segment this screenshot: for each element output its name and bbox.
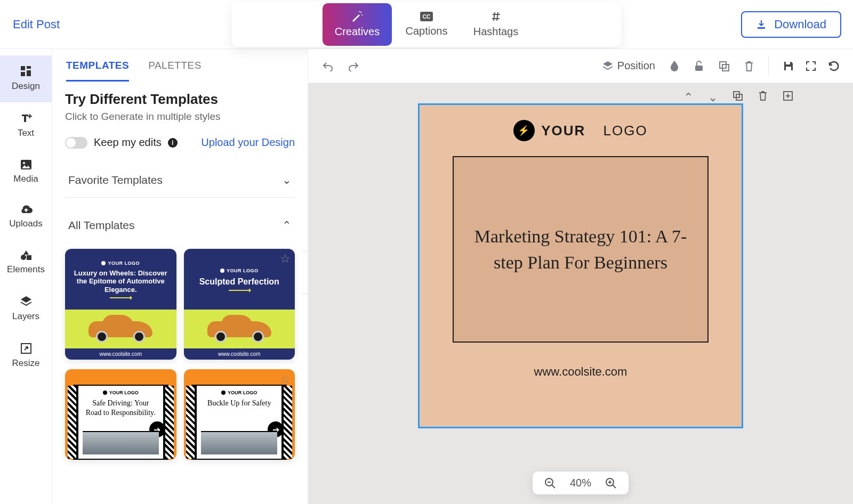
download-button[interactable]: Download [741,11,841,38]
rail-design[interactable]: Design [0,55,52,102]
reset-button[interactable] [827,60,839,72]
collapse-panel-handle[interactable]: ‹ [302,251,308,294]
undo-button[interactable] [322,61,334,71]
text-add-icon [20,112,33,125]
keep-edits-toggle[interactable] [65,137,87,149]
cc-icon: CC [420,11,433,22]
svg-point-12 [21,255,26,260]
panel-tab-palettes[interactable]: PALETTES [148,60,202,82]
rail-layers[interactable]: Layers [0,286,52,332]
redo-button[interactable] [348,61,359,71]
unlock-button[interactable] [694,60,704,72]
delete-button[interactable] [744,60,754,72]
all-templates-accordion[interactable]: All Templates ⌃ [65,208,295,242]
artboard-mini-toolbar: ⌃ ⌄ [683,91,793,104]
template-image [83,431,159,454]
rail-elements[interactable]: Elements [0,240,52,286]
zoom-out-button[interactable] [544,477,556,489]
copy-artboard-button[interactable] [733,91,743,104]
template-headline: Sculpted Perfection [199,277,279,287]
tab-creatives[interactable]: Creatives [323,3,392,46]
hash-icon [490,11,502,22]
rail-resize[interactable]: Resize [0,332,52,379]
panel-tabs: TEMPLATES PALETTES [52,49,308,82]
panel-scroll[interactable]: Try Different Templates Click to Generat… [52,82,308,466]
artboard-headline-box[interactable]: Marketing Strategy 101: A 7-step Plan Fo… [453,156,709,343]
svg-point-0 [360,12,361,13]
svg-rect-6 [21,66,25,70]
template-card[interactable]: YOUR LOGO Luxury on Wheels: Discover the… [65,249,176,360]
template-headline: Buckle Up for Safety [205,399,273,408]
save-button[interactable] [783,60,794,72]
favorites-accordion[interactable]: Favorite Templates ⌄ [65,163,295,198]
mode-tabs: Creatives CC Captions Hashtags [232,2,621,47]
template-headline: Luxury on Wheels: Discover the Epitome o… [70,269,171,294]
position-button[interactable]: Position [602,60,655,72]
rail-label: Layers [12,311,39,322]
layers-icon [602,61,613,71]
svg-rect-9 [21,72,25,76]
layers-icon [20,295,33,308]
duplicate-button[interactable] [718,60,730,72]
rail-label: Resize [12,358,40,369]
add-artboard-button[interactable] [783,91,793,104]
design-panel: TEMPLATES PALETTES Try Different Templat… [52,49,308,504]
template-url: www.coolsite.com [184,348,295,360]
rail-label: Text [18,128,34,139]
rail-media[interactable]: Media [0,149,52,195]
zoom-value: 40% [570,477,591,489]
zoom-controls: 40% [533,472,629,494]
opacity-button[interactable] [669,60,680,72]
info-icon[interactable]: i [168,138,178,148]
main: Design Text Media Uploads Elements Layer… [0,49,853,504]
template-image [201,431,277,454]
template-card[interactable]: ☆ YOUR LOGO Buckle Up for Safety ➔ [184,369,295,460]
artboard-logo[interactable]: ⚡ YOUR LOGO [513,120,648,141]
artboard[interactable]: ⚡ YOUR LOGO Marketing Strategy 101: A 7-… [418,103,743,428]
favorite-star-icon[interactable]: ☆ [280,372,291,386]
image-icon [20,159,33,170]
fullscreen-button[interactable] [805,60,817,72]
template-logo: YOUR LOGO [228,390,257,395]
move-down-button[interactable]: ⌄ [708,91,718,104]
svg-rect-18 [786,62,790,64]
delete-artboard-button[interactable] [758,91,768,104]
try-templates-title: Try Different Templates [65,91,295,108]
download-label: Download [774,18,826,31]
chevron-up-icon: ⌃ [282,219,292,232]
template-card[interactable]: YOUR LOGO Safe Driving: Your Road to Res… [65,369,176,460]
tab-label: Creatives [335,26,380,38]
svg-rect-13 [27,255,31,260]
rail-text[interactable]: Text [0,102,52,149]
artboard-title[interactable]: Marketing Strategy 101: A 7-step Plan Fo… [466,223,695,276]
template-url: www.coolsite.com [65,348,176,360]
rail-label: Design [12,81,40,92]
car-illustration [88,317,152,342]
tab-label: Hashtags [473,26,519,38]
favorite-star-icon[interactable]: ☆ [280,252,291,266]
zoom-in-button[interactable] [605,477,617,489]
rail-uploads[interactable]: Uploads [0,195,52,240]
tab-captions[interactable]: CC Captions [392,3,461,46]
svg-rect-7 [27,66,31,69]
template-headline: Safe Driving: Your Road to Responsibilit… [83,399,159,417]
svg-point-11 [23,162,25,164]
shapes-icon [20,249,33,261]
logo-thin: LOGO [603,123,648,139]
svg-point-2 [359,11,360,12]
canvas-area: Position ⌃ ⌄ [308,49,853,504]
all-templates-label: All Templates [68,219,135,232]
favorites-label: Favorite Templates [68,174,163,186]
tab-hashtags[interactable]: Hashtags [461,3,530,46]
artboard-url[interactable]: www.coolsite.com [534,365,627,379]
upload-design-link[interactable]: Upload your Design [201,136,295,149]
canvas-stage[interactable]: ⌃ ⌄ ⚡ YOUR LOGO Marketing Strategy 101: … [308,83,853,504]
logo-bold: YOUR [541,123,585,139]
template-card[interactable]: ☆ YOUR LOGO Sculpted Perfection www.cool… [184,249,295,360]
panel-tab-templates[interactable]: TEMPLATES [66,60,129,82]
move-up-button[interactable]: ⌃ [683,91,693,104]
arrow-icon [110,297,131,298]
cloud-upload-icon [19,205,33,215]
rail-label: Media [13,174,38,184]
keep-edits-label: Keep my edits [94,136,162,149]
